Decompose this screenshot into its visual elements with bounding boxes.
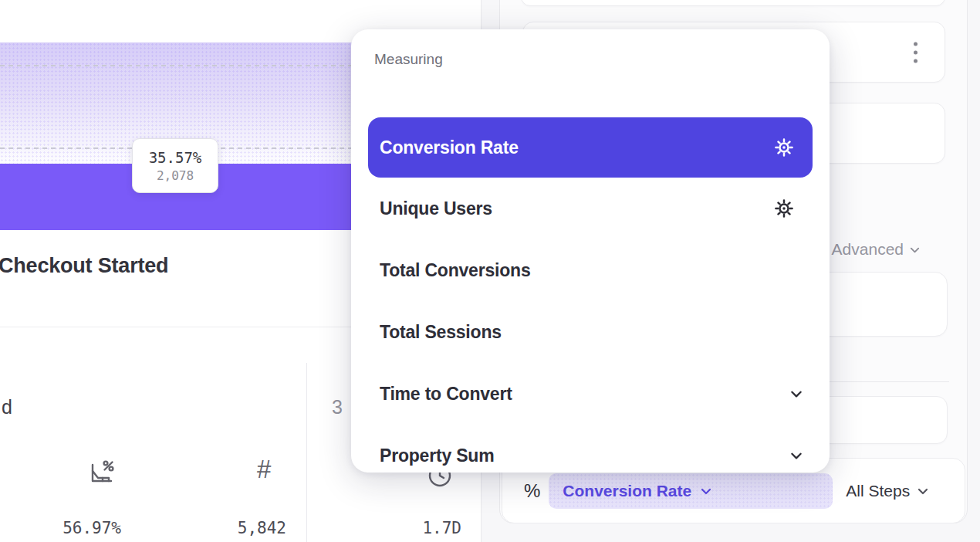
steps-selector-label: All Steps	[846, 482, 910, 500]
measuring-dropdown: Measuring Conversion Rate Unique Users	[351, 29, 830, 473]
tooltip-conversion-rate: 35.57%	[149, 149, 202, 166]
gear-icon[interactable]	[774, 137, 794, 158]
menu-item-label: Total Sessions	[380, 322, 502, 343]
table-step-header-right: 3	[332, 396, 343, 418]
builder-card-top-sliver	[521, 0, 945, 6]
menu-item-label: Conversion Rate	[380, 137, 519, 158]
advanced-label: Advanced	[832, 240, 904, 259]
chevron-down-icon	[917, 485, 928, 496]
menu-item-label: Time to Convert	[380, 384, 512, 405]
menu-item-time-to-convert[interactable]: Time to Convert	[351, 363, 830, 425]
value-conversion-rate: 56.97%	[0, 519, 121, 537]
menu-item-conversion-rate[interactable]: Conversion Rate	[368, 117, 813, 178]
tooltip-count: 2,078	[157, 168, 194, 183]
value-time-to-convert: 1.7D	[347, 519, 461, 537]
menu-item-unique-users[interactable]: Unique Users	[351, 178, 830, 239]
chevron-down-icon	[789, 387, 803, 401]
value-count: 5,842	[154, 519, 286, 537]
advanced-toggle[interactable]: Advanced	[832, 240, 921, 259]
table-column-divider	[306, 363, 307, 542]
menu-item-label: Property Sum	[380, 445, 494, 466]
menu-item-total-sessions[interactable]: Total Sessions	[351, 301, 830, 363]
table-step-header-left: d	[2, 396, 12, 418]
gear-icon[interactable]	[774, 198, 794, 218]
menu-item-label: Unique Users	[380, 198, 492, 219]
menu-item-label: Total Conversions	[380, 260, 531, 281]
count-hash-icon: #	[257, 455, 271, 484]
app-screen: 35.57% 2,078 Checkout Started d 3 #	[0, 0, 980, 542]
chevron-down-icon	[909, 244, 921, 256]
conversion-rate-icon	[86, 457, 116, 486]
dropdown-section-label: Measuring	[374, 51, 443, 68]
menu-item-total-conversions[interactable]: Total Conversions	[351, 239, 830, 301]
menu-item-property-sum[interactable]: Property Sum	[351, 425, 830, 486]
chevron-down-icon	[789, 449, 803, 462]
funnel-step-label: Checkout Started	[0, 254, 168, 278]
kebab-menu-icon[interactable]	[911, 39, 921, 66]
steps-selector[interactable]: All Steps	[846, 482, 928, 500]
funnel-tooltip: 35.57% 2,078	[132, 138, 218, 193]
